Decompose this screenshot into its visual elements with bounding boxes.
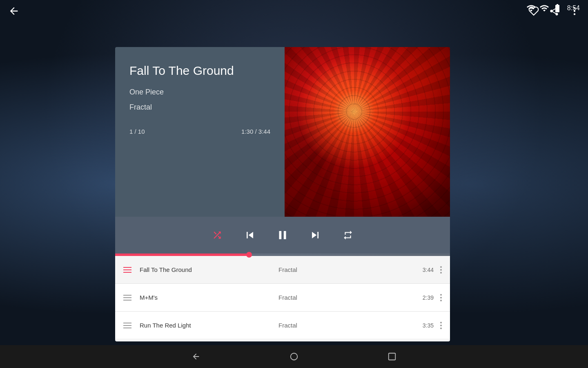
track-name-1: Fall To The Ground — [140, 266, 278, 273]
bottom-nav — [0, 345, 588, 368]
track-duration-3: 3:35 — [417, 322, 434, 329]
playlist: Fall To The Ground Fractal 3:44 M+M's Fr… — [115, 256, 450, 341]
svg-point-3 — [291, 353, 298, 360]
pause-button[interactable] — [274, 226, 292, 244]
track-position: 1 / 10 — [129, 128, 145, 135]
more-options-button[interactable] — [569, 6, 580, 19]
progress-bar-container[interactable] — [115, 254, 450, 256]
playlist-item[interactable]: M+M's Fractal 2:39 — [115, 284, 450, 312]
svg-point-2 — [574, 13, 575, 15]
nav-home-button[interactable] — [286, 348, 302, 365]
song-title: Fall To The Ground — [129, 63, 270, 78]
share-button[interactable] — [549, 6, 559, 19]
track-time: 1:30 / 3:44 — [241, 128, 270, 135]
track-album-3: Fractal — [278, 322, 417, 329]
favorite-button[interactable] — [528, 6, 539, 19]
track-album-1: Fractal — [278, 266, 417, 273]
main-card: Fall To The Ground One Piece Fractal 1 /… — [115, 47, 450, 341]
track-duration-2: 2:39 — [417, 294, 434, 301]
playlist-item[interactable]: Run The Red Light Fractal 3:35 — [115, 312, 450, 339]
song-artist: One Piece — [129, 88, 270, 96]
player-top: Fall To The Ground One Piece Fractal 1 /… — [115, 47, 450, 217]
nav-recent-button[interactable] — [384, 348, 400, 365]
more-button-2[interactable] — [440, 294, 442, 301]
drag-handle-2[interactable] — [123, 295, 131, 301]
top-action-bar — [0, 0, 588, 25]
controls-panel — [115, 217, 450, 254]
nav-back-button[interactable] — [188, 348, 204, 365]
playlist-item[interactable]: Fall To The Ground Fractal 3:44 — [115, 256, 450, 284]
track-album-2: Fractal — [278, 294, 417, 301]
svg-point-1 — [574, 10, 575, 12]
more-button-3[interactable] — [440, 322, 442, 329]
song-meta: 1 / 10 1:30 / 3:44 — [129, 128, 270, 135]
top-bar-actions — [528, 6, 580, 19]
album-art — [285, 47, 450, 217]
more-button-1[interactable] — [440, 266, 442, 274]
track-name-2: M+M's — [140, 294, 278, 301]
track-duration-1: 3:44 — [417, 267, 434, 273]
drag-handle-3[interactable] — [123, 323, 131, 328]
song-album: Fractal — [129, 103, 270, 112]
next-button[interactable] — [306, 226, 324, 244]
player-info-panel: Fall To The Ground One Piece Fractal 1 /… — [115, 47, 285, 217]
progress-fill — [115, 254, 249, 256]
repeat-button[interactable] — [339, 226, 357, 244]
playlist-item[interactable]: To Drunk To Drive Fractal 3:39 — [115, 339, 450, 341]
svg-rect-4 — [389, 353, 396, 360]
svg-point-0 — [574, 7, 575, 9]
drag-handle-1[interactable] — [123, 267, 131, 273]
shuffle-button[interactable] — [208, 226, 226, 244]
progress-thumb — [246, 252, 252, 258]
back-button[interactable] — [8, 5, 20, 19]
previous-button[interactable] — [241, 226, 259, 244]
track-name-3: Run The Red Light — [140, 322, 278, 329]
